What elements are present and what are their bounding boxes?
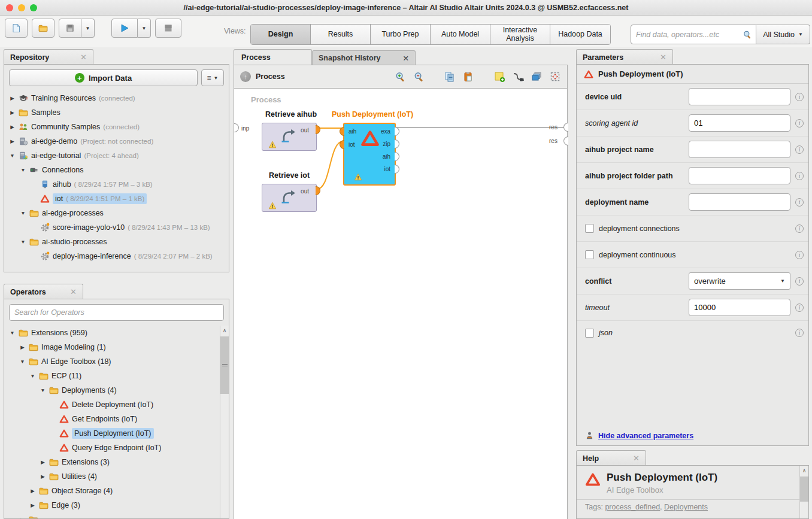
aihub-project-name-input[interactable] (689, 141, 790, 158)
repo-item-ai-edge-tutorial[interactable]: ▼ ai-edge-tutorial (Project: 4 ahead) (4, 148, 229, 163)
push-out-port-exa[interactable] (395, 127, 399, 136)
close-icon[interactable]: ✕ (403, 54, 409, 63)
view-tab-results[interactable]: Results (311, 25, 371, 44)
op-group-ecp[interactable]: ▼ ECP (11) (4, 369, 220, 383)
info-icon[interactable]: i (795, 251, 804, 259)
expand-arrow-icon[interactable]: ▶ (9, 110, 16, 116)
close-icon[interactable]: ✕ (633, 454, 640, 463)
view-tab-interactive-analysis[interactable]: Interactive Analysis (490, 25, 550, 44)
run-options-dropdown[interactable]: ▼ (138, 19, 151, 38)
view-tab-turbo-prep[interactable]: Turbo Prep (371, 25, 431, 44)
repo-item-aihub[interactable]: aihub ( 8/29/24 1:57 PM – 3 kB) (4, 177, 229, 192)
expand-arrow-icon[interactable]: ▶ (9, 95, 16, 101)
search-scope-dropdown[interactable]: All Studio ▼ (756, 25, 810, 44)
search-icon[interactable] (743, 30, 752, 40)
repo-item-deploy-image-inference[interactable]: deploy-image-inference ( 8/29/24 2:07 PM… (4, 249, 229, 263)
close-icon[interactable]: ✕ (80, 53, 87, 62)
navigate-up-icon[interactable]: ↑ (240, 71, 251, 82)
collapse-arrow-icon[interactable]: ▼ (40, 387, 46, 393)
process-canvas[interactable]: Process inp res res Retrieve aihub out R… (234, 89, 568, 519)
parameters-panel-tab[interactable]: Parameters ✕ (576, 49, 673, 65)
open-process-button[interactable] (32, 19, 54, 38)
expand-arrow-icon[interactable]: ▶ (29, 488, 36, 494)
op-group-object-storage[interactable]: ▶ Object Storage (4) (4, 484, 220, 498)
collapse-arrow-icon[interactable]: ▼ (29, 373, 36, 379)
timeout-input[interactable] (689, 299, 790, 316)
repo-item-ai-edge-demo[interactable]: ▶ ai-edge-demo (Project: not connected) (4, 134, 229, 148)
info-icon[interactable]: i (795, 198, 804, 207)
repo-item-ai-studio-processes[interactable]: ▼ ai-studio-processes (4, 235, 229, 249)
stop-process-button[interactable] (155, 19, 181, 38)
expand-arrow-icon[interactable]: ▶ (9, 138, 16, 144)
info-icon[interactable]: i (795, 119, 804, 128)
scroll-up-icon[interactable]: ∧ (220, 326, 229, 335)
help-scrollbar[interactable]: ∧ (799, 466, 808, 518)
collapse-arrow-icon[interactable]: ▼ (20, 167, 26, 173)
op-item-get-endpoints[interactable]: Get Endpoints (IoT) (4, 412, 220, 426)
snapshot-history-tab[interactable]: Snapshot History ✕ (312, 50, 416, 65)
device-uid-input[interactable] (689, 88, 790, 105)
deployment-connections-checkbox[interactable] (585, 224, 594, 233)
info-icon[interactable]: i (795, 277, 804, 286)
retrieve-iot-out-port[interactable] (316, 186, 320, 195)
push-out-port-zip[interactable] (395, 139, 399, 148)
expand-arrow-icon[interactable]: ▶ (19, 517, 26, 518)
tag-link-process-defined[interactable]: process_defined (605, 503, 660, 511)
paste-button[interactable] (462, 71, 474, 83)
repository-panel-tab[interactable]: Repository ✕ (4, 49, 93, 65)
repo-item-training-resources[interactable]: ▶ Training Resources (connected) (4, 91, 229, 105)
scroll-up-icon[interactable]: ∧ (800, 466, 808, 475)
retrieve-aihub-out-port[interactable] (316, 125, 320, 134)
new-process-button[interactable] (5, 19, 28, 38)
auto-wire-button[interactable] (512, 71, 524, 83)
process-breadcrumb[interactable]: Process (256, 72, 285, 81)
deployment-continuous-checkbox[interactable] (585, 250, 594, 259)
scoring-agent-id-input[interactable] (689, 114, 790, 132)
repo-item-community-samples[interactable]: ▶ Community Samples (connected) (4, 120, 229, 134)
push-out-port-iot[interactable] (395, 165, 399, 174)
hide-advanced-parameters-link[interactable]: Hide advanced parameters (598, 432, 693, 440)
collapse-arrow-icon[interactable]: ▼ (19, 359, 26, 365)
expand-arrow-icon[interactable]: ▶ (19, 344, 26, 350)
fit-view-button[interactable] (549, 71, 561, 83)
close-icon[interactable]: ✕ (660, 53, 666, 62)
collapse-arrow-icon[interactable]: ▼ (20, 239, 26, 245)
process-panel-tab[interactable]: Process (234, 49, 312, 65)
op-group-extensions[interactable]: ▼ Extensions (959) (4, 326, 220, 340)
info-icon[interactable]: i (795, 172, 804, 180)
window-controls[interactable] (6, 4, 37, 11)
minimize-window-button[interactable] (18, 4, 25, 11)
operators-panel-tab[interactable]: Operators ✕ (4, 284, 83, 299)
process-result-port-1[interactable] (563, 123, 568, 132)
collapse-arrow-icon[interactable]: ▼ (9, 330, 16, 336)
close-window-button[interactable] (6, 4, 13, 11)
op-group-deployments[interactable]: ▼ Deployments (4) (4, 383, 220, 397)
expand-arrow-icon[interactable]: ▶ (9, 124, 16, 130)
import-data-button[interactable]: + Import Data (9, 69, 198, 86)
operator-search-input[interactable] (14, 308, 219, 317)
copy-button[interactable] (444, 71, 456, 83)
expand-arrow-icon[interactable]: ▶ (40, 474, 46, 479)
op-group-clipped[interactable]: ▶ (4, 512, 220, 518)
op-group-edge[interactable]: ▶ Edge (3) (4, 498, 220, 512)
op-group-utilities[interactable]: ▶ Utilities (4) (4, 469, 220, 484)
global-search-input[interactable] (636, 31, 743, 39)
scrollbar-thumb[interactable] (220, 336, 229, 394)
op-group-ai-edge-toolbox[interactable]: ▼ AI Edge Toolbox (18) (4, 354, 220, 369)
repository-menu-button[interactable]: ≡ ▼ (201, 69, 224, 86)
process-input-port[interactable] (234, 123, 239, 132)
repo-item-connections[interactable]: ▼ Connections (4, 163, 229, 177)
arrange-operators-button[interactable] (531, 71, 543, 83)
op-item-query-edge-endpoint[interactable]: Query Edge Endpoint (IoT) (4, 441, 220, 455)
op-group-extensions-sub[interactable]: ▶ Extensions (3) (4, 455, 220, 469)
view-tab-hadoop-data[interactable]: Hadoop Data (550, 25, 610, 44)
info-icon[interactable]: i (795, 329, 804, 337)
repo-item-samples[interactable]: ▶ Samples (4, 105, 229, 120)
repo-item-ai-edge-processes[interactable]: ▼ ai-edge-processes (4, 206, 229, 220)
zoom-in-button[interactable] (394, 71, 406, 83)
tag-link-deployments[interactable]: Deployments (664, 503, 708, 511)
op-item-delete-deployment[interactable]: Delete Deployment (IoT) (4, 397, 220, 412)
process-result-port-2[interactable] (563, 136, 568, 145)
deployment-name-input[interactable] (689, 193, 790, 211)
push-in-port-iot[interactable] (340, 140, 344, 149)
